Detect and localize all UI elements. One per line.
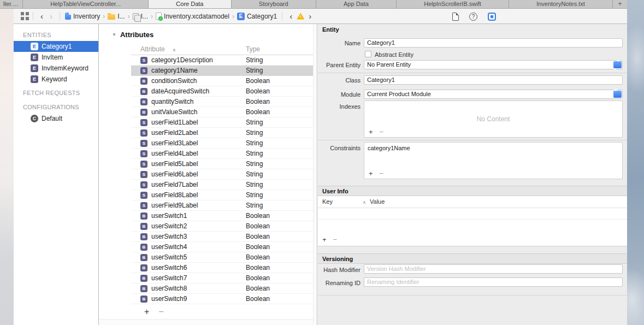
attribute-row-conditionswitch[interactable]: BconditionSwitchBoolean <box>131 76 314 86</box>
indexes-box[interactable]: No Content + − <box>364 101 623 138</box>
attribute-type[interactable]: String <box>246 191 263 199</box>
attribute-row-userfield3label[interactable]: SuserField3LabelString <box>131 138 314 149</box>
attribute-row-userfield8label[interactable]: SuserField8LabelString <box>131 190 314 200</box>
constraints-box[interactable]: category1Name + − <box>364 142 623 179</box>
sidebar-item-invitem[interactable]: EInvItem <box>14 52 98 63</box>
attribute-row-userswitch9[interactable]: BuserSwitch9Boolean <box>131 294 314 304</box>
sidebar-item-default[interactable]: CDefault <box>14 113 98 124</box>
parent-entity-popup[interactable]: No Parent Entity <box>364 60 623 69</box>
attribute-type[interactable]: Boolean <box>246 253 270 261</box>
add-user-info-button[interactable]: + <box>322 235 327 244</box>
tab-helpinscrollerib-swift[interactable]: HelpInScrollerIB.swift <box>397 0 509 8</box>
attribute-type[interactable]: String <box>246 119 263 126</box>
attribute-row-userswitch6[interactable]: BuserSwitch6Boolean <box>131 263 314 273</box>
breadcrumb-item-inventory[interactable]: Inventory <box>65 13 100 20</box>
tab-app-data[interactable]: App Data <box>316 0 397 8</box>
attribute-type[interactable]: Boolean <box>246 243 270 251</box>
attribute-row-userfield9label[interactable]: SuserField9LabelString <box>131 200 314 211</box>
add-attribute-button[interactable]: + <box>144 307 149 317</box>
attribute-row-unitvalueswitch[interactable]: BunitValueSwitchBoolean <box>131 107 314 117</box>
remove-index-button[interactable]: − <box>380 128 384 136</box>
key-column-header[interactable]: Key <box>322 198 333 205</box>
previous-issue-button[interactable]: ‹ <box>286 12 296 20</box>
new-tab-button[interactable]: + <box>613 0 627 8</box>
column-header-attribute[interactable]: Attribute <box>140 45 165 53</box>
tab-core-data[interactable]: Core Data <box>149 0 232 8</box>
entity-class-field[interactable]: Category1 <box>364 75 623 85</box>
tab-ller-swift[interactable]: ller.swift <box>0 0 23 8</box>
attribute-type[interactable]: String <box>246 150 263 157</box>
attribute-type[interactable]: String <box>246 202 263 209</box>
sidebar-item-keyword[interactable]: EKeyword <box>14 74 98 85</box>
attribute-row-userswitch4[interactable]: BuserSwitch4Boolean <box>131 242 314 252</box>
attribute-row-userfield1label[interactable]: SuserField1LabelString <box>131 117 314 128</box>
attribute-row-category1description[interactable]: Scategory1DescriptionString <box>131 55 314 66</box>
attribute-type[interactable]: Boolean <box>246 295 270 303</box>
attribute-type[interactable]: Boolean <box>246 98 270 105</box>
attribute-type[interactable]: Boolean <box>246 264 270 271</box>
attribute-row-userswitch8[interactable]: BuserSwitch8Boolean <box>131 283 314 294</box>
horizontal-scrollbar[interactable] <box>99 319 317 325</box>
attribute-type[interactable]: Boolean <box>246 285 270 292</box>
attribute-type[interactable]: Boolean <box>246 87 270 95</box>
attribute-row-userswitch5[interactable]: BuserSwitch5Boolean <box>131 252 314 263</box>
attribute-row-userfield7label[interactable]: SuserField7LabelString <box>131 180 314 190</box>
attribute-type[interactable]: String <box>246 181 263 188</box>
attribute-type[interactable]: String <box>246 139 263 147</box>
add-index-button[interactable]: + <box>369 128 373 136</box>
user-info-table[interactable]: Key ∧ Value + − <box>318 196 627 246</box>
breadcrumb-item-inventory-xcdatamodel[interactable]: Inventory.xcdatamodel <box>156 13 229 20</box>
popup-stepper-icon[interactable] <box>613 61 622 68</box>
vertical-scrollbar[interactable] <box>313 24 317 325</box>
tab-inventorynotes-txt[interactable]: InventoryNotes.txt <box>509 0 613 8</box>
data-model-inspector-icon[interactable] <box>488 13 496 21</box>
attribute-type[interactable]: String <box>246 170 263 178</box>
attribute-row-userswitch1[interactable]: BuserSwitch1Boolean <box>131 211 314 221</box>
attribute-row-userswitch3[interactable]: BuserSwitch3Boolean <box>131 232 314 242</box>
attribute-row-userswitch2[interactable]: BuserSwitch2Boolean <box>131 221 314 232</box>
constraint-value[interactable]: category1Name <box>368 145 410 151</box>
attributes-section-header[interactable]: ▼ Attributes <box>112 31 153 39</box>
sidebar-item-category1[interactable]: ECategory1 <box>14 41 98 52</box>
attribute-type[interactable]: Boolean <box>246 77 270 85</box>
next-issue-button[interactable]: › <box>305 12 315 20</box>
back-button[interactable]: ‹ <box>37 12 46 20</box>
value-column-header[interactable]: Value <box>370 198 385 205</box>
attribute-row-quantityswitch[interactable]: BquantitySwitchBoolean <box>131 97 314 107</box>
add-constraint-button[interactable]: + <box>369 169 373 178</box>
attribute-type[interactable]: String <box>246 56 263 64</box>
attribute-type[interactable]: String <box>246 160 263 168</box>
attribute-row-userfield6label[interactable]: SuserField6LabelString <box>131 169 314 180</box>
abstract-entity-checkbox[interactable] <box>365 51 371 57</box>
attribute-type[interactable]: Boolean <box>246 212 270 220</box>
disclosure-triangle-icon[interactable]: ▼ <box>112 32 116 37</box>
attribute-type[interactable]: Boolean <box>246 108 270 116</box>
breadcrumb-item-category1[interactable]: ECategory1 <box>237 13 277 20</box>
breadcrumb-item-i[interactable]: I... <box>133 13 148 20</box>
help-icon[interactable]: ? <box>469 13 477 21</box>
attribute-row-userswitch7[interactable]: BuserSwitch7Boolean <box>131 273 314 283</box>
renaming-id-field[interactable]: Renaming Identifier <box>364 277 623 287</box>
attribute-row-category1name[interactable]: Scategory1NameString <box>131 66 314 76</box>
remove-constraint-button[interactable]: − <box>380 169 384 178</box>
entity-name-field[interactable]: Category1 <box>364 38 623 48</box>
column-header-type[interactable]: Type <box>246 45 260 53</box>
attribute-type[interactable]: String <box>246 67 263 74</box>
hash-modifier-field[interactable]: Version Hash Modifier <box>364 264 623 274</box>
breadcrumb-item-i[interactable]: I... <box>108 13 125 20</box>
attribute-row-userfield4label[interactable]: SuserField4LabelString <box>131 149 314 159</box>
tab-helptableviewcontroller[interactable]: HelpTableViewController... <box>23 0 149 8</box>
sidebar-item-invitemkeyword[interactable]: EInvItemKeyword <box>14 63 98 74</box>
attribute-type[interactable]: String <box>246 129 263 137</box>
related-items-icon[interactable] <box>21 12 29 20</box>
attribute-row-dateacquiredswitch[interactable]: BdateAcquiredSwitchBoolean <box>131 86 314 97</box>
module-dropdown[interactable]: Current Product Module <box>364 90 623 99</box>
warning-icon[interactable]: ! <box>297 13 304 20</box>
attribute-row-userfield5label[interactable]: SuserField5LabelString <box>131 159 314 169</box>
attribute-row-userfield2label[interactable]: SuserField2LabelString <box>131 128 314 138</box>
attribute-type[interactable]: Boolean <box>246 274 270 282</box>
forward-button[interactable]: › <box>46 12 56 20</box>
remove-user-info-button[interactable]: − <box>333 235 338 244</box>
file-inspector-icon[interactable] <box>452 13 459 21</box>
attribute-type[interactable]: Boolean <box>246 222 270 230</box>
